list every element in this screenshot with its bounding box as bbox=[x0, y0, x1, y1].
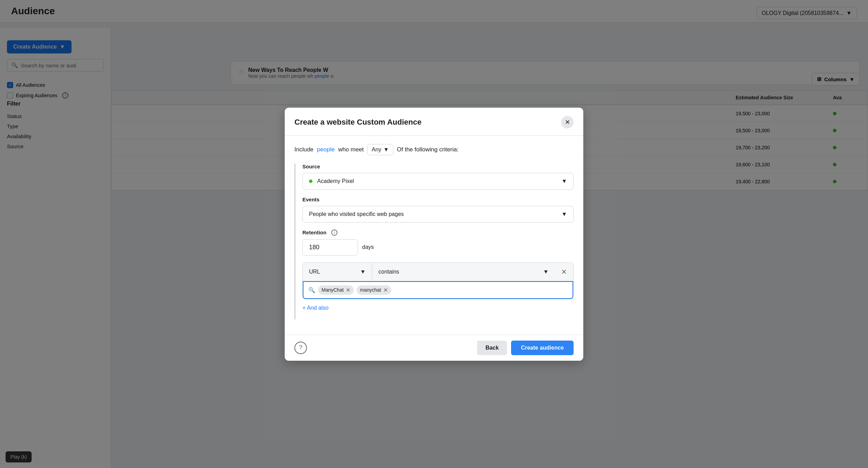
url-filter-container: URL ▼ contains ▼ ✕ 🔍 ManyChat bbox=[302, 262, 574, 299]
and-also-link[interactable]: + And also bbox=[302, 305, 328, 311]
retention-label: Retention bbox=[302, 229, 326, 235]
source-value: Academy Pixel bbox=[317, 178, 354, 184]
modal-overlay: Create a website Custom Audience ✕ Inclu… bbox=[0, 0, 868, 468]
contains-chevron-icon: ▼ bbox=[543, 269, 549, 275]
tag-manychat-lower-label: manychat bbox=[360, 287, 381, 293]
modal-close-button[interactable]: ✕ bbox=[561, 116, 574, 128]
modal-title: Create a website Custom Audience bbox=[294, 118, 422, 127]
url-search-icon: 🔍 bbox=[308, 287, 315, 293]
source-status-dot bbox=[309, 179, 312, 183]
contains-dropdown[interactable]: contains ▼ bbox=[372, 264, 555, 280]
help-icon: ? bbox=[299, 344, 302, 351]
tag-manychat-lower-close[interactable]: ✕ bbox=[383, 287, 388, 293]
retention-info-icon: i bbox=[331, 229, 337, 236]
url-chevron-icon: ▼ bbox=[360, 269, 366, 275]
retention-row: days bbox=[302, 239, 574, 256]
people-text: people bbox=[317, 146, 335, 153]
help-button[interactable]: ? bbox=[294, 342, 307, 354]
events-value: People who visited specific web pages bbox=[309, 211, 404, 217]
footer-actions: Back Create audience bbox=[477, 341, 574, 355]
source-value-container: Academy Pixel bbox=[309, 178, 354, 184]
url-label: URL bbox=[309, 269, 320, 275]
tag-manychat-lower: manychat ✕ bbox=[357, 285, 391, 295]
filter-remove-button[interactable]: ✕ bbox=[555, 263, 573, 281]
include-row: Include people who meet Any ▼ Of the fol… bbox=[294, 144, 574, 155]
events-chevron-icon: ▼ bbox=[561, 211, 567, 217]
create-audience-modal-button[interactable]: Create audience bbox=[511, 341, 574, 355]
contains-label: contains bbox=[378, 269, 399, 275]
source-dropdown[interactable]: Academy Pixel ▼ bbox=[302, 173, 574, 190]
url-filter-top: URL ▼ contains ▼ ✕ bbox=[303, 263, 573, 281]
events-label: Events bbox=[302, 197, 574, 202]
modal-header: Create a website Custom Audience ✕ bbox=[285, 108, 583, 136]
retention-input[interactable] bbox=[302, 239, 358, 256]
tag-manychat: ManyChat ✕ bbox=[318, 285, 354, 295]
who-meet-text: who meet bbox=[338, 146, 364, 153]
events-dropdown[interactable]: People who visited specific web pages ▼ bbox=[302, 206, 574, 223]
any-dropdown[interactable]: Any ▼ bbox=[367, 144, 393, 155]
any-chevron-icon: ▼ bbox=[383, 147, 389, 153]
any-label: Any bbox=[372, 147, 382, 153]
source-label: Source bbox=[302, 164, 574, 169]
url-dropdown[interactable]: URL ▼ bbox=[303, 264, 372, 280]
url-search-row[interactable]: 🔍 ManyChat ✕ manychat ✕ bbox=[303, 281, 573, 299]
modal-footer: ? Back Create audience bbox=[285, 335, 583, 361]
include-text: Include bbox=[294, 146, 314, 153]
criteria-text: Of the following criteria: bbox=[397, 146, 459, 153]
back-button[interactable]: Back bbox=[477, 341, 507, 355]
create-audience-modal: Create a website Custom Audience ✕ Inclu… bbox=[285, 108, 583, 361]
criteria-section: Source Academy Pixel ▼ Events People who… bbox=[294, 164, 574, 319]
tag-manychat-label: ManyChat bbox=[322, 287, 344, 293]
modal-body: Include people who meet Any ▼ Of the fol… bbox=[285, 136, 583, 335]
tag-manychat-close[interactable]: ✕ bbox=[346, 287, 350, 293]
source-chevron-icon: ▼ bbox=[561, 178, 567, 184]
retention-unit: days bbox=[362, 244, 374, 250]
